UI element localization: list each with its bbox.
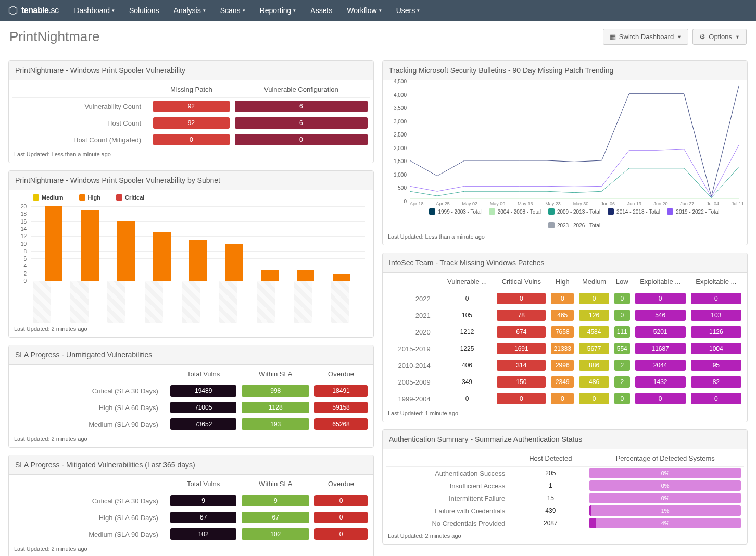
value-cell[interactable]: 2 [614, 376, 630, 388]
value-cell[interactable]: 126 [579, 310, 609, 321]
trending-line-chart[interactable]: 05001,0001,5002,0002,5003,0003,5004,0004… [386, 81, 744, 201]
value-cell[interactable]: 314 [497, 360, 546, 371]
legend-item[interactable]: High [79, 194, 100, 201]
value-cell[interactable]: 0 [440, 390, 495, 407]
value-cell[interactable]: 67 [242, 512, 309, 523]
value-cell[interactable]: 6 [235, 101, 368, 112]
nav-dashboard[interactable]: Dashboard▾ [74, 6, 115, 15]
value-cell[interactable]: 205 [514, 467, 586, 480]
value-cell[interactable]: 439 [514, 504, 586, 517]
value-cell[interactable]: 0 [614, 293, 630, 304]
value-cell[interactable]: 82 [691, 376, 741, 388]
bar[interactable] [81, 210, 99, 281]
value-cell[interactable]: 5201 [635, 326, 686, 338]
nav-users[interactable]: Users▾ [396, 6, 420, 15]
value-cell[interactable]: 2349 [551, 376, 574, 388]
switch-dashboard-button[interactable]: ▦ Switch Dashboard ▼ [603, 29, 688, 45]
brand-logo[interactable]: tenable.sc [8, 5, 58, 16]
value-cell[interactable]: 0 [579, 393, 609, 404]
bar[interactable] [225, 244, 243, 281]
value-cell[interactable]: 67 [170, 512, 236, 523]
value-cell[interactable]: 2996 [551, 360, 574, 371]
value-cell[interactable]: 1004 [691, 343, 741, 354]
value-cell[interactable]: 65268 [314, 418, 368, 430]
value-cell[interactable]: 105 [440, 307, 495, 324]
legend-item[interactable]: 2014 - 2018 - Total [608, 208, 660, 215]
value-cell[interactable]: 193 [242, 418, 309, 430]
value-cell[interactable]: 73652 [170, 418, 236, 430]
nav-workflow[interactable]: Workflow▾ [347, 6, 381, 15]
bar[interactable] [117, 221, 135, 281]
bar[interactable] [189, 240, 207, 281]
value-cell[interactable]: 674 [497, 326, 546, 338]
value-cell[interactable]: 9 [242, 495, 309, 506]
value-cell[interactable]: 71005 [170, 402, 236, 413]
value-cell[interactable]: 150 [497, 376, 546, 388]
value-cell[interactable]: 5677 [579, 343, 609, 354]
nav-scans[interactable]: Scans▾ [220, 6, 245, 15]
nav-analysis[interactable]: Analysis▾ [174, 6, 206, 15]
nav-reporting[interactable]: Reporting▾ [260, 6, 296, 15]
value-cell[interactable]: 4584 [579, 326, 609, 338]
value-cell[interactable]: 0 [551, 393, 574, 404]
value-cell[interactable]: 2 [614, 360, 630, 371]
value-cell[interactable]: 0 [235, 134, 368, 145]
value-cell[interactable]: 1225 [440, 340, 495, 357]
legend-item[interactable]: Critical [116, 194, 144, 201]
legend-item[interactable]: Medium [33, 194, 64, 201]
percentage-bar[interactable]: 0% [589, 493, 741, 503]
value-cell[interactable]: 0 [314, 528, 368, 540]
legend-item[interactable]: 2019 - 2022 - Total [667, 208, 719, 215]
value-cell[interactable]: 0 [314, 512, 368, 523]
nav-assets[interactable]: Assets [310, 6, 332, 15]
percentage-bar[interactable]: 4% [589, 518, 741, 528]
value-cell[interactable]: 0 [635, 293, 686, 304]
value-cell[interactable]: 486 [579, 376, 609, 388]
value-cell[interactable]: 1 [514, 479, 586, 492]
value-cell[interactable]: 6 [235, 117, 368, 129]
value-cell[interactable]: 0 [314, 495, 368, 506]
value-cell[interactable]: 15 [514, 492, 586, 504]
value-cell[interactable]: 998 [242, 385, 309, 397]
value-cell[interactable]: 2044 [635, 360, 686, 371]
legend-item[interactable]: 1999 - 2003 - Total [429, 208, 481, 215]
bar[interactable] [333, 274, 351, 281]
value-cell[interactable]: 59158 [314, 402, 368, 413]
value-cell[interactable]: 111 [614, 326, 630, 338]
value-cell[interactable]: 0 [551, 293, 574, 304]
value-cell[interactable]: 0 [691, 393, 741, 404]
percentage-bar[interactable]: 0% [589, 468, 741, 478]
value-cell[interactable]: 0 [440, 290, 495, 307]
value-cell[interactable]: 78 [497, 310, 546, 321]
value-cell[interactable]: 349 [440, 374, 495, 390]
nav-solutions[interactable]: Solutions [129, 6, 159, 15]
value-cell[interactable]: 92 [153, 117, 230, 129]
legend-item[interactable]: 2004 - 2008 - Total [489, 208, 541, 215]
value-cell[interactable]: 1128 [242, 402, 309, 413]
value-cell[interactable]: 0 [497, 393, 546, 404]
options-button[interactable]: ⚙ Options ▼ [692, 29, 747, 45]
bar[interactable] [297, 270, 314, 281]
value-cell[interactable]: 103 [691, 310, 741, 321]
value-cell[interactable]: 0 [497, 293, 546, 304]
value-cell[interactable]: 18491 [314, 385, 368, 397]
value-cell[interactable]: 0 [614, 310, 630, 321]
value-cell[interactable]: 1126 [691, 326, 741, 338]
value-cell[interactable]: 1212 [440, 324, 495, 340]
value-cell[interactable]: 1691 [497, 343, 546, 354]
bar[interactable] [261, 270, 279, 281]
value-cell[interactable]: 0 [153, 134, 230, 145]
value-cell[interactable]: 0 [579, 293, 609, 304]
percentage-bar[interactable]: 0% [589, 480, 741, 491]
value-cell[interactable]: 92 [153, 101, 230, 112]
value-cell[interactable]: 2087 [514, 517, 586, 529]
value-cell[interactable]: 102 [170, 528, 236, 540]
value-cell[interactable]: 102 [242, 528, 309, 540]
bar[interactable] [153, 232, 171, 281]
legend-item[interactable]: 2009 - 2013 - Total [548, 208, 600, 215]
value-cell[interactable]: 546 [635, 310, 686, 321]
value-cell[interactable]: 11687 [635, 343, 686, 354]
value-cell[interactable]: 19489 [170, 385, 236, 397]
bar[interactable] [45, 206, 63, 281]
percentage-bar[interactable]: 1% [589, 505, 741, 516]
